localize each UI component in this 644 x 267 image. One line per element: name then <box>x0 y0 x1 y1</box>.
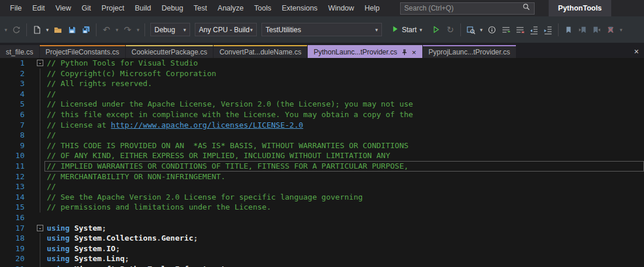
undo-icon[interactable]: ↶ <box>99 23 113 37</box>
menu-item-window[interactable]: Window <box>323 0 359 16</box>
tab-PythonLaunc...tProvider.cs[interactable]: PythonLaunc...tProvider.cs× <box>308 45 422 58</box>
code-segment: IO <box>106 244 116 253</box>
code-text[interactable]: // <box>44 89 644 100</box>
breakpoint-margin[interactable] <box>0 78 8 89</box>
menu-item-git[interactable]: Git <box>77 0 97 16</box>
save-all-icon[interactable] <box>79 23 93 37</box>
breakpoint-margin[interactable] <box>0 69 8 79</box>
code-text[interactable]: using System; <box>44 223 644 234</box>
code-text[interactable]: // <box>44 182 644 192</box>
breakpoint-margin[interactable] <box>0 233 8 244</box>
toggle-bookmark-icon[interactable] <box>562 23 576 37</box>
quick-info-icon[interactable] <box>485 23 499 37</box>
code-text[interactable]: // License at http://www.apache.org/lice… <box>44 120 644 131</box>
code-text[interactable]: // Licensed under the Apache License, Ve… <box>44 99 644 109</box>
startup-projects-combo[interactable]: TestUtilities ▾ <box>261 23 382 36</box>
code-text[interactable]: // All rights reserved. <box>44 78 644 89</box>
pin-icon[interactable] <box>401 49 408 56</box>
code-text[interactable]: // Python Tools for Visual Studio <box>44 58 644 69</box>
solution-configurations-combo[interactable]: Debug ▾ <box>150 23 190 36</box>
navigate-history-caret-icon[interactable]: ▾ <box>2 23 9 37</box>
breakpoint-margin[interactable] <box>0 264 8 267</box>
code-text[interactable]: using Microsoft.PythonTools.Infrastructu… <box>44 264 644 267</box>
increase-indent-icon[interactable] <box>541 23 555 37</box>
breakpoint-margin[interactable] <box>0 130 8 141</box>
menu-item-file[interactable]: File <box>5 0 27 16</box>
clear-bookmarks-icon[interactable] <box>604 23 618 37</box>
code-text[interactable]: // IMPLIED WARRANTIES OR CONDITIONS OF T… <box>44 161 644 172</box>
uncomment-icon[interactable] <box>513 23 527 37</box>
new-file-icon[interactable] <box>30 23 44 37</box>
tab-CookiecutterPackage.cs[interactable]: CookiecutterPackage.cs <box>126 45 213 58</box>
fold-toggle[interactable]: - <box>37 225 43 231</box>
start-debugging-button[interactable]: Start ▾ <box>387 23 427 37</box>
menu-item-help[interactable]: Help <box>359 0 385 16</box>
toolbar-options-caret-icon[interactable]: ▾ <box>618 23 625 37</box>
code-text[interactable] <box>44 213 644 223</box>
new-file-caret-icon[interactable]: ▾ <box>44 23 51 37</box>
hyperlink[interactable]: http://www.apache.org/licenses/LICENSE-2… <box>111 121 304 129</box>
tab-st_file.cs[interactable]: st_file.cs <box>0 45 39 58</box>
find-caret-icon[interactable]: ▾ <box>478 23 485 37</box>
undo-caret-icon[interactable]: ▾ <box>113 23 120 37</box>
menu-item-tools[interactable]: Tools <box>249 0 277 16</box>
menu-item-build[interactable]: Build <box>129 0 156 16</box>
code-text[interactable]: // permissions and limitations under the… <box>44 202 644 213</box>
fold-toggle[interactable]: - <box>37 60 43 66</box>
tab-ProjectFileConstants.cs[interactable]: ProjectFileConstants.cs <box>40 45 125 58</box>
redo-icon[interactable]: ↷ <box>120 23 135 37</box>
breakpoint-margin[interactable] <box>0 89 8 100</box>
decrease-indent-icon[interactable] <box>527 23 541 37</box>
code-text[interactable]: // MERCHANTABILITY OR NON-INFRINGEMENT. <box>44 172 644 182</box>
breakpoint-margin[interactable] <box>0 254 8 264</box>
breakpoint-margin[interactable] <box>0 182 8 192</box>
menu-item-test[interactable]: Test <box>188 0 212 16</box>
menu-item-extensions[interactable]: Extensions <box>277 0 323 16</box>
comment-icon[interactable] <box>499 23 513 37</box>
breakpoint-margin[interactable] <box>0 58 8 69</box>
menu-item-view[interactable]: View <box>50 0 77 16</box>
code-text[interactable]: // this file except in compliance with t… <box>44 109 644 120</box>
menu-item-debug[interactable]: Debug <box>156 0 188 16</box>
code-text[interactable]: // THIS CODE IS PROVIDED ON AN *AS IS* B… <box>44 141 644 151</box>
find-icon[interactable] <box>464 23 478 37</box>
breakpoint-margin[interactable] <box>0 99 8 109</box>
hot-reload-icon[interactable]: ↻ <box>443 23 457 37</box>
open-file-icon[interactable] <box>51 23 65 37</box>
menu-item-analyze[interactable]: Analyze <box>212 0 249 16</box>
breakpoint-margin[interactable] <box>0 120 8 131</box>
breakpoint-margin[interactable] <box>0 213 8 223</box>
close-icon[interactable]: × <box>412 48 416 57</box>
code-text[interactable]: using System.Linq; <box>44 254 644 264</box>
code-text[interactable]: // Copyright(c) Microsoft Corporation <box>44 69 644 79</box>
redo-caret-icon[interactable]: ▾ <box>135 23 142 37</box>
tab-ConvertPat...duleName.cs[interactable]: ConvertPat...duleName.cs <box>213 45 307 58</box>
previous-bookmark-icon[interactable] <box>576 23 590 37</box>
breakpoint-margin[interactable] <box>0 202 8 213</box>
breakpoint-margin[interactable] <box>0 192 8 203</box>
close-icon[interactable]: × <box>629 45 644 58</box>
breakpoint-margin[interactable] <box>0 141 8 151</box>
code-editor[interactable]: 1-// Python Tools for Visual Studio2// C… <box>0 58 644 267</box>
menu-item-edit[interactable]: Edit <box>27 0 50 16</box>
breakpoint-margin[interactable] <box>0 172 8 182</box>
menu-item-project[interactable]: Project <box>97 0 130 16</box>
code-text[interactable]: // See the Apache Version 2.0 License fo… <box>44 192 644 203</box>
solution-platforms-combo[interactable]: Any CPU - Build / ▾ <box>195 23 257 36</box>
breakpoint-margin[interactable] <box>0 244 8 254</box>
code-text[interactable]: using System.IO; <box>44 244 644 254</box>
save-icon[interactable] <box>65 23 79 37</box>
code-text[interactable]: using System.Collections.Generic; <box>44 233 644 244</box>
tab-PyprojLaunc...tProvider.cs[interactable]: PyprojLaunc...tProvider.cs <box>423 45 516 58</box>
search-box[interactable] <box>400 2 535 15</box>
next-bookmark-icon[interactable] <box>590 23 604 37</box>
navigate-forward-icon[interactable] <box>9 23 23 37</box>
start-without-debugging-icon[interactable] <box>429 23 443 37</box>
breakpoint-margin[interactable] <box>0 109 8 120</box>
code-text[interactable]: // <box>44 130 644 141</box>
breakpoint-margin[interactable] <box>0 150 8 161</box>
breakpoint-margin[interactable] <box>0 161 8 172</box>
breakpoint-margin[interactable] <box>0 223 8 234</box>
code-text[interactable]: // OF ANY KIND, EITHER EXPRESS OR IMPLIE… <box>44 150 644 161</box>
search-input[interactable] <box>404 4 522 12</box>
